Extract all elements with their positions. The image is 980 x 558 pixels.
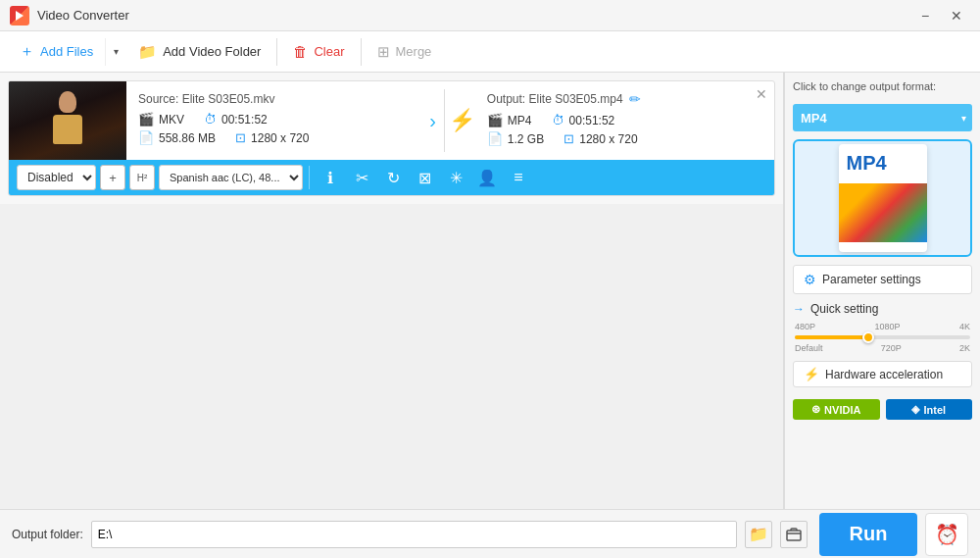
file-item: Source: Elite S03E05.mkv 🎬 MKV ⏱ 00:51:5… bbox=[8, 80, 775, 196]
output-filename-row: Output: Elite S03E05.mp4 ✏ bbox=[487, 91, 762, 107]
effects-tool-button[interactable]: ✳ bbox=[441, 163, 470, 192]
audio-select[interactable]: Spanish aac (LC), 48... bbox=[159, 165, 303, 190]
plus-icon: ＋ bbox=[20, 42, 34, 61]
add-files-button[interactable]: ＋ Add Files bbox=[8, 36, 105, 67]
source-format-detail: 🎬 MKV bbox=[138, 112, 184, 127]
format-selector: MP4 ▾ bbox=[793, 104, 972, 131]
file-size-icon: 📄 bbox=[138, 130, 154, 145]
source-format-row: 🎬 MKV ⏱ 00:51:52 bbox=[138, 112, 414, 127]
title-bar: Video Converter − ✕ bbox=[0, 0, 980, 31]
merge-button[interactable]: ⊞ Merge bbox=[366, 37, 444, 67]
toolbar: ＋ Add Files ▾ 📁 Add Video Folder 🗑 Clear… bbox=[0, 31, 980, 73]
quality-slider-thumb bbox=[862, 331, 874, 343]
source-filename-row: Source: Elite S03E05.mkv bbox=[138, 92, 414, 106]
nvidia-button[interactable]: ⊛ NVIDIA bbox=[793, 399, 880, 420]
title-bar-left: Video Converter bbox=[10, 6, 129, 25]
quality-slider-track[interactable] bbox=[795, 335, 970, 339]
nvidia-label: NVIDIA bbox=[824, 404, 860, 416]
quality-label-480p: 480P bbox=[795, 322, 815, 331]
right-arrow-icon: › bbox=[429, 110, 436, 132]
gpu-buttons: ⊛ NVIDIA ◈ Intel bbox=[793, 399, 972, 420]
output-clock-icon: ⏱ bbox=[552, 113, 564, 127]
info-tool-button[interactable]: ℹ bbox=[316, 163, 345, 192]
hardware-acceleration-button[interactable]: ⚡ Hardware acceleration bbox=[793, 361, 972, 387]
output-folder-input[interactable] bbox=[91, 521, 737, 548]
close-button[interactable]: ✕ bbox=[943, 5, 970, 26]
main-content: Source: Elite S03E05.mkv 🎬 MKV ⏱ 00:51:5… bbox=[0, 73, 980, 509]
crop-tool-button[interactable]: ⊠ bbox=[410, 163, 439, 192]
empty-area bbox=[0, 204, 783, 509]
open-folder-button[interactable] bbox=[780, 521, 808, 548]
svg-rect-1 bbox=[787, 531, 801, 540]
thumbnail-inner bbox=[9, 81, 126, 160]
loop-tool-button[interactable]: ↻ bbox=[378, 163, 408, 192]
item-toolbar-separator bbox=[309, 166, 310, 189]
quality-label-default: Default bbox=[795, 343, 823, 353]
output-size-row: 📄 1.2 GB ⊡ 1280 x 720 bbox=[487, 131, 762, 146]
minimize-button[interactable]: − bbox=[911, 5, 939, 26]
intel-button[interactable]: ◈ Intel bbox=[886, 399, 973, 420]
hardware-acceleration-label: Hardware acceleration bbox=[825, 368, 943, 381]
thumbnail-person bbox=[48, 91, 87, 150]
source-filename: Source: Elite S03E05.mkv bbox=[138, 92, 274, 106]
quality-slider-fill bbox=[795, 335, 868, 339]
output-film-icon: 🎬 bbox=[487, 113, 503, 127]
subtitle-settings-button[interactable]: H² bbox=[129, 165, 155, 190]
title-bar-controls: − ✕ bbox=[911, 5, 970, 26]
quality-labels-top: 480P 1080P 4K bbox=[795, 322, 970, 331]
browse-folder-button[interactable]: 📁 bbox=[745, 521, 772, 548]
merge-label: Merge bbox=[396, 44, 432, 59]
source-size-detail: 📄 558.86 MB bbox=[138, 130, 216, 145]
nvidia-logo: ⊛ bbox=[811, 403, 820, 416]
merge-icon: ⊞ bbox=[377, 43, 390, 61]
parameter-settings-button[interactable]: ⚙ Parameter settings bbox=[793, 265, 972, 294]
watermark-tool-button[interactable]: 👤 bbox=[472, 163, 502, 192]
hw-accel-icon: ⚡ bbox=[804, 367, 819, 381]
source-duration: 00:51:52 bbox=[221, 113, 268, 127]
source-format: MKV bbox=[159, 113, 184, 127]
file-thumbnail bbox=[9, 81, 126, 160]
edit-icon[interactable]: ✏ bbox=[629, 91, 641, 107]
toolbar-separator-2 bbox=[361, 38, 362, 66]
resolution-icon: ⊡ bbox=[235, 130, 246, 145]
output-filename: Output: Elite S03E05.mp4 bbox=[487, 92, 623, 106]
format-preview[interactable]: MP4 bbox=[793, 139, 972, 257]
output-format: MP4 bbox=[508, 114, 532, 127]
parameter-settings-label: Parameter settings bbox=[822, 273, 921, 286]
quality-label-2k: 2K bbox=[959, 343, 970, 353]
file-item-header: Source: Elite S03E05.mkv 🎬 MKV ⏱ 00:51:5… bbox=[9, 81, 774, 160]
settings-icon: ⚙ bbox=[804, 272, 816, 287]
subtitle-select[interactable]: Disabled bbox=[17, 165, 96, 190]
add-files-dropdown[interactable]: ▾ bbox=[105, 38, 126, 66]
app-icon bbox=[10, 6, 29, 25]
quality-label-1080p: 1080P bbox=[874, 322, 900, 331]
right-panel: Click to change output format: MP4 ▾ MP4… bbox=[784, 73, 980, 509]
quick-setting-label: Quick setting bbox=[810, 302, 878, 316]
output-file-size-icon: 📄 bbox=[487, 131, 503, 146]
add-video-folder-button[interactable]: 📁 Add Video Folder bbox=[126, 37, 272, 67]
person-head bbox=[59, 91, 76, 113]
output-duration: 00:51:52 bbox=[569, 114, 615, 127]
toolbar-separator-1 bbox=[276, 38, 277, 66]
format-dropdown[interactable]: MP4 bbox=[793, 104, 972, 131]
alarm-button[interactable]: ⏰ bbox=[925, 513, 968, 556]
quick-setting-section: → Quick setting 480P 1080P 4K Default 72… bbox=[793, 302, 972, 353]
item-toolbar-left: Disabled + H² Spanish aac (LC), 48... bbox=[17, 165, 303, 190]
clear-button[interactable]: 🗑 Clear bbox=[281, 37, 356, 66]
quick-setting-icon: → bbox=[793, 302, 805, 316]
cut-tool-button[interactable]: ✂ bbox=[347, 163, 376, 192]
close-item-button[interactable]: ✕ bbox=[753, 85, 770, 103]
output-resolution-detail: ⊡ 1280 x 720 bbox=[564, 131, 637, 146]
bottom-bar: Output folder: 📁 Run ⏰ bbox=[0, 509, 980, 558]
app-title: Video Converter bbox=[37, 8, 129, 23]
folder-icon: 📁 bbox=[138, 43, 157, 61]
quality-label-720p: 720P bbox=[881, 343, 902, 353]
clock-icon: ⏱ bbox=[204, 112, 217, 127]
output-resolution-icon: ⊡ bbox=[564, 131, 574, 146]
add-video-folder-label: Add Video Folder bbox=[163, 44, 261, 59]
subtitles-tool-button[interactable]: ≡ bbox=[504, 163, 533, 192]
run-button[interactable]: Run bbox=[819, 513, 917, 556]
file-source-info: Source: Elite S03E05.mkv 🎬 MKV ⏱ 00:51:5… bbox=[126, 88, 421, 153]
mp4-image-area bbox=[839, 183, 927, 242]
add-subtitle-button[interactable]: + bbox=[100, 165, 125, 190]
